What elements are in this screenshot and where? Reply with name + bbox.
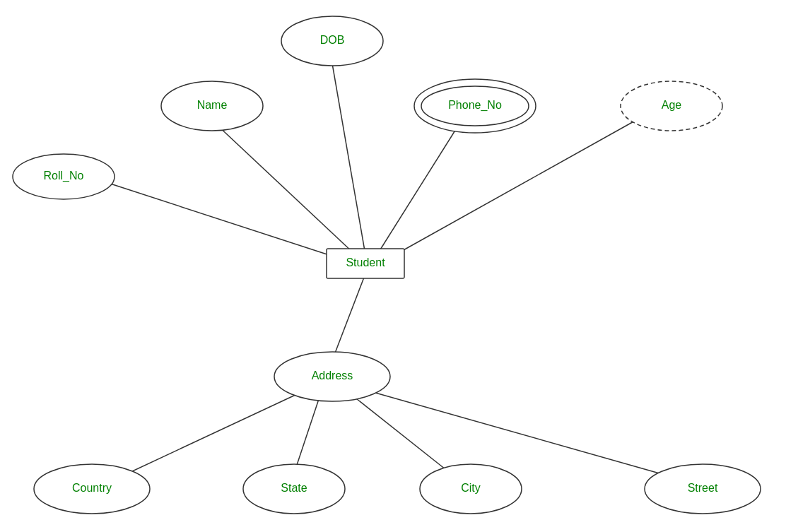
age-label: Age: [662, 99, 682, 111]
connector-student-address: [332, 276, 365, 360]
connector-student-name: [216, 124, 353, 253]
dob-label: DOB: [320, 34, 345, 46]
connector-address-street: [360, 389, 664, 475]
student-label: Student: [346, 256, 385, 268]
phone-label: Phone_No: [448, 99, 502, 112]
connector-student-dob: [332, 64, 365, 251]
connector-address-country: [120, 389, 307, 477]
street-label: Street: [688, 482, 718, 494]
er-diagram: Student DOB Name Phone_No Age Roll_No Ad…: [0, 0, 786, 532]
country-label: Country: [72, 482, 112, 494]
address-label: Address: [312, 370, 353, 382]
connector-address-state: [294, 391, 322, 473]
name-label: Name: [197, 99, 228, 111]
connector-address-city: [346, 391, 452, 475]
connector-student-phone: [378, 124, 459, 253]
connector-student-age: [396, 120, 636, 254]
city-label: City: [461, 482, 481, 494]
state-label: State: [281, 482, 307, 494]
connector-student-rollno: [106, 182, 338, 258]
rollno-label: Roll_No: [44, 170, 84, 182]
